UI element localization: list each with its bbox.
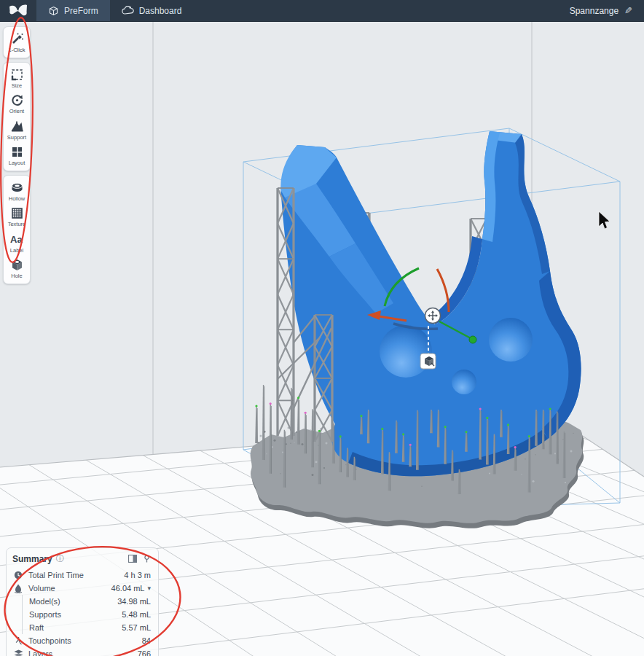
row-value: 46.04 mL bbox=[111, 584, 145, 593]
hatch-grid-icon bbox=[10, 206, 24, 220]
support-structure-icon bbox=[10, 120, 24, 133]
top-bar: PreForm Dashboard Spannzange ✎ bbox=[0, 0, 644, 22]
tool-label: Orient bbox=[9, 109, 24, 114]
project-name-area[interactable]: Spannzange ✎ bbox=[570, 0, 644, 21]
cylinder-icon bbox=[10, 181, 24, 195]
model-dimple-small bbox=[452, 370, 476, 394]
row-value: 84 bbox=[142, 636, 151, 645]
tab-dashboard-label: Dashboard bbox=[139, 6, 182, 16]
tool-label: Layout bbox=[9, 160, 25, 166]
tool-one-click[interactable]: 1-Click bbox=[4, 29, 30, 55]
tool-hole[interactable]: Hole bbox=[4, 255, 30, 281]
summary-row-print-time: Total Print Time 4 h 3 m bbox=[12, 569, 151, 582]
tool-label-text[interactable]: Aa Label bbox=[4, 230, 30, 256]
toolgroup-transform: Size Orient Support Layout bbox=[3, 62, 31, 171]
tool-rail: 1-Click Size Orient Support bbox=[3, 26, 31, 284]
topbar-spacer bbox=[193, 0, 569, 21]
tab-preform-label: PreForm bbox=[64, 6, 98, 16]
row-label: Layers bbox=[28, 649, 52, 656]
tool-label: Hollow bbox=[9, 196, 25, 202]
tab-preform[interactable]: PreForm bbox=[36, 0, 110, 21]
project-name: Spannzange bbox=[570, 6, 619, 16]
row-value: 4 h 3 m bbox=[124, 571, 151, 579]
tool-label: Hole bbox=[11, 273, 22, 279]
tool-support[interactable]: Support bbox=[4, 117, 30, 143]
volume-breakdown: Model(s) 34.98 mL Supports 5.48 mL Raft … bbox=[22, 595, 151, 634]
selection-resize-icon bbox=[10, 68, 24, 82]
layer-stack-icon bbox=[14, 649, 23, 656]
row-label: Supports bbox=[29, 610, 61, 619]
row-value: 5.57 mL bbox=[122, 623, 151, 632]
summary-row-raft: Raft 5.57 mL bbox=[23, 621, 151, 634]
pin-icon[interactable] bbox=[143, 555, 151, 563]
volume-dropdown-caret[interactable]: ▾ bbox=[147, 585, 151, 592]
summary-row-layers: Layers 766 bbox=[12, 647, 151, 656]
preform-cube-icon bbox=[48, 6, 59, 16]
gizmo-green-handle[interactable] bbox=[469, 336, 476, 343]
row-label: Touchpoints bbox=[28, 636, 71, 645]
tool-hollow[interactable]: Hollow bbox=[4, 178, 30, 204]
app-logo[interactable] bbox=[0, 0, 36, 21]
magic-wand-icon bbox=[10, 32, 24, 46]
panel-toggle-icon[interactable] bbox=[128, 555, 137, 563]
model-dimple-right bbox=[489, 318, 533, 362]
summary-row-touchpoints: Touchpoints 84 bbox=[12, 634, 151, 647]
row-label: Raft bbox=[29, 623, 44, 632]
summary-row-supports: Supports 5.48 mL bbox=[23, 608, 151, 621]
edit-icon[interactable]: ✎ bbox=[624, 5, 632, 16]
butterfly-logo-icon bbox=[9, 4, 28, 17]
tool-label: Size bbox=[12, 83, 23, 89]
drop-to-base-handle[interactable] bbox=[420, 354, 436, 369]
tool-label: Texture bbox=[8, 222, 26, 227]
tool-label: Label bbox=[10, 248, 23, 254]
summary-row-models: Model(s) 34.98 mL bbox=[23, 595, 151, 608]
layout-grid-icon bbox=[10, 145, 24, 159]
summary-title: Summary bbox=[12, 554, 52, 564]
tool-orient[interactable]: Orient bbox=[4, 90, 30, 117]
row-value: 766 bbox=[138, 649, 151, 656]
row-value: 34.98 mL bbox=[117, 597, 151, 606]
toolgroup-one-click: 1-Click bbox=[3, 26, 31, 58]
volume-droplet-icon bbox=[14, 584, 23, 593]
row-label: Model(s) bbox=[29, 597, 60, 606]
clock-icon bbox=[14, 571, 23, 579]
tool-texture[interactable]: Texture bbox=[4, 203, 30, 230]
summary-row-volume[interactable]: Volume 46.04 mL ▾ bbox=[12, 582, 151, 595]
label-aa-icon: Aa bbox=[9, 233, 24, 246]
tool-layout[interactable]: Layout bbox=[4, 142, 30, 168]
row-label: Total Print Time bbox=[28, 571, 84, 579]
model-dimple-large bbox=[380, 325, 432, 378]
cube-hole-icon bbox=[10, 258, 24, 272]
row-value: 5.48 mL bbox=[122, 610, 151, 619]
toolgroup-modify: Hollow Texture Aa Label Hole bbox=[3, 175, 31, 284]
tab-dashboard[interactable]: Dashboard bbox=[110, 0, 194, 21]
tool-size[interactable]: Size bbox=[4, 65, 30, 91]
info-icon[interactable]: ⓘ bbox=[56, 553, 64, 564]
dashboard-cloud-icon bbox=[122, 6, 134, 15]
svg-text:Aa: Aa bbox=[10, 234, 23, 245]
touchpoint-pin-icon bbox=[15, 636, 23, 645]
rotate-arrow-icon bbox=[10, 93, 24, 107]
row-label: Volume bbox=[28, 584, 55, 593]
tool-label: Support bbox=[7, 135, 26, 141]
tool-label: 1-Click bbox=[9, 47, 25, 53]
summary-panel: Summary ⓘ Total Print Time 4 h 3 m Volum… bbox=[6, 547, 159, 656]
